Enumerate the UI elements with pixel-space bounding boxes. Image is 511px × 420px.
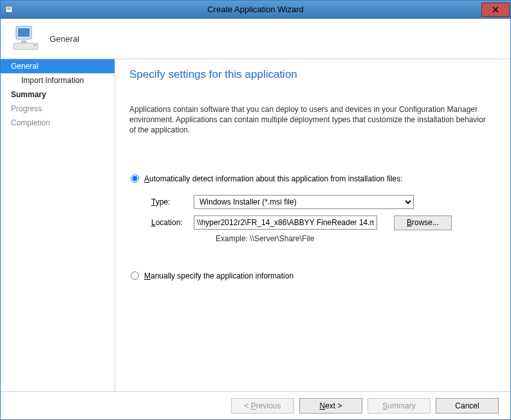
wizard-sidebar: General Import Information Summary Progr… (1, 59, 115, 391)
nav-item-completion[interactable]: Completion (1, 116, 115, 130)
type-label: Type: (151, 197, 194, 206)
wizard-footer: < Previous Next > Summary Cancel (1, 391, 510, 419)
radio-manual[interactable] (131, 271, 139, 280)
location-input[interactable] (194, 215, 377, 230)
page-description: Applications contain software that you c… (129, 104, 492, 136)
type-row: Type: Windows Installer (*.msi file) (151, 195, 492, 209)
radio-auto-detect-label: Automatically detect information about t… (144, 174, 403, 183)
nav-item-general[interactable]: General (1, 59, 115, 73)
svg-rect-7 (21, 41, 26, 43)
browse-button[interactable]: Browse... (394, 215, 452, 230)
nav-item-import-information[interactable]: Import Information (1, 73, 115, 87)
window-title: Create Application Wizard (1, 5, 510, 14)
app-icon (5, 5, 15, 15)
computer-icon (12, 24, 42, 53)
auto-detect-form: Type: Windows Installer (*.msi file) Loc… (151, 195, 492, 243)
svg-rect-1 (7, 8, 11, 8)
type-select[interactable]: Windows Installer (*.msi file) (194, 195, 414, 209)
close-button[interactable] (481, 3, 510, 17)
cancel-button[interactable]: Cancel (436, 398, 499, 414)
page-title: Specify settings for this application (129, 68, 492, 81)
titlebar[interactable]: Create Application Wizard (1, 1, 510, 19)
location-example: Example: \\Server\Share\File (216, 234, 492, 243)
previous-button: < Previous (231, 398, 294, 414)
header-label: General (50, 34, 79, 44)
location-label: Location: (151, 218, 194, 227)
svg-rect-6 (18, 28, 30, 37)
radio-auto-detect-row: Automatically detect information about t… (129, 174, 492, 183)
nav-item-progress[interactable]: Progress (1, 102, 115, 116)
nav-item-summary[interactable]: Summary (1, 87, 115, 102)
summary-button: Summary (367, 398, 431, 414)
radio-auto-detect[interactable] (131, 174, 139, 183)
location-row: Location: Browse... (151, 215, 492, 230)
svg-rect-2 (7, 9, 11, 10)
radio-manual-label: Manually specify the application informa… (144, 271, 293, 280)
radio-manual-row: Manually specify the application informa… (129, 271, 492, 280)
next-button[interactable]: Next > (299, 398, 362, 414)
close-icon (492, 6, 499, 13)
svg-rect-8 (14, 43, 38, 50)
wizard-main: Specify settings for this application Ap… (115, 59, 510, 391)
svg-rect-9 (34, 44, 36, 46)
wizard-header: General (1, 19, 510, 59)
